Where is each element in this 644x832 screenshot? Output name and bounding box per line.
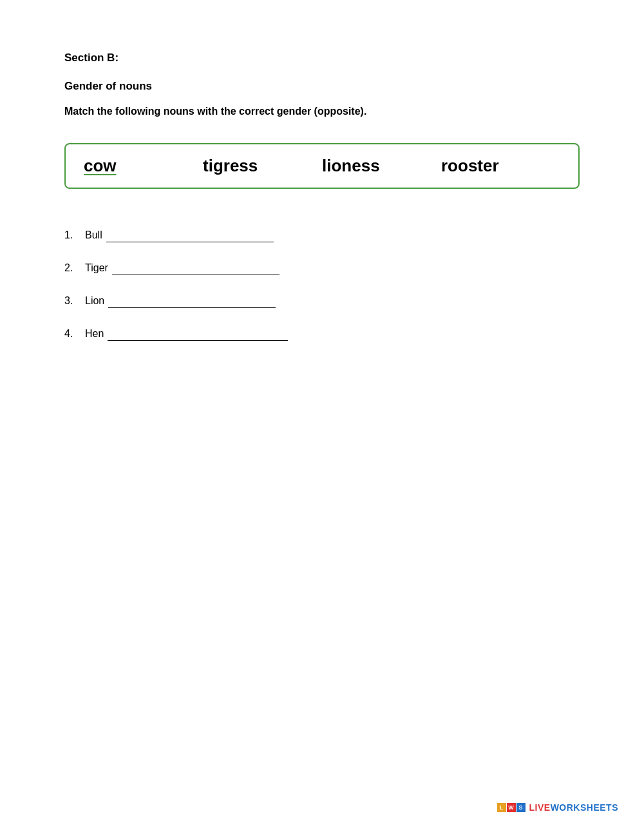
question-1-word: Bull	[85, 229, 102, 241]
questions-section: 1. Bull 2. Tiger 3. Lion 4. Hen	[64, 227, 580, 341]
word-bank: cow tigress lioness rooster	[64, 143, 580, 189]
question-4-number: 4.	[64, 328, 80, 340]
question-3: 3. Lion	[64, 293, 580, 308]
question-2-word: Tiger	[85, 262, 108, 274]
question-1-number: 1.	[64, 229, 80, 241]
question-4: 4. Hen	[64, 326, 580, 341]
question-3-input[interactable]	[108, 293, 276, 308]
word-bank-item-lioness: lioness	[322, 156, 441, 176]
page: Section B: Gender of nouns Match the fol…	[0, 0, 644, 832]
logo-text: LIVEWORKSHEETS	[529, 802, 618, 813]
question-1: 1. Bull	[64, 227, 580, 242]
word-bank-item-cow: cow	[84, 156, 203, 176]
topic-label: Gender of nouns	[64, 80, 580, 93]
question-2-number: 2.	[64, 262, 80, 274]
question-2-input[interactable]	[112, 260, 279, 275]
question-2: 2. Tiger	[64, 260, 580, 275]
word-bank-item-tigress: tigress	[203, 156, 322, 176]
section-b-label: Section B:	[64, 52, 580, 64]
instructions-text: Match the following nouns with the corre…	[64, 106, 580, 117]
question-4-word: Hen	[85, 328, 104, 340]
logo-icon: L W S	[497, 803, 526, 812]
logo-square-3: S	[516, 803, 526, 812]
logo-text-colored: LIVE	[529, 802, 551, 813]
question-1-input[interactable]	[106, 227, 274, 242]
question-4-input[interactable]	[108, 326, 288, 341]
logo-square-1: L	[497, 803, 506, 812]
word-bank-item-rooster: rooster	[441, 156, 560, 176]
logo-square-2: W	[507, 803, 516, 812]
question-3-word: Lion	[85, 295, 104, 307]
question-3-number: 3.	[64, 295, 80, 307]
liveworksheets-logo: L W S LIVEWORKSHEETS	[497, 802, 618, 813]
